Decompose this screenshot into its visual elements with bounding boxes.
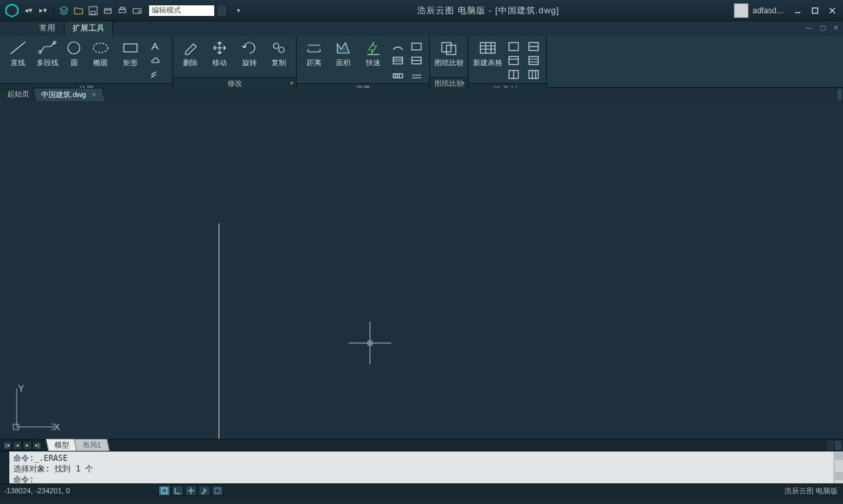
mode-input[interactable]: 编辑模式 [148,5,215,17]
layout-tab-model[interactable]: 模型 [46,439,78,451]
layout-nav-next[interactable]: ▸ [23,441,32,450]
tool-distance[interactable]: 距离 [299,38,329,69]
tool-table-4[interactable] [526,40,542,53]
measure4-icon [406,40,427,53]
save-button[interactable] [87,5,99,17]
mdi-minimize-icon[interactable]: — [804,23,814,32]
layout-nav-prev[interactable]: ◂ [13,441,22,450]
toggle-osnap[interactable] [198,485,210,496]
svg-rect-30 [162,488,167,493]
tool-measure-5[interactable] [409,54,424,67]
command-line[interactable]: 命令:_.ERASE 选择对象: 找到 1 个 命令: [0,451,843,484]
close-button[interactable] [824,4,840,17]
command-scroll[interactable] [834,451,843,483]
toggle-polar[interactable] [185,485,197,496]
cmd-line-1: 命令:_.ERASE [13,453,840,463]
title-bar: ◂▾ ▸▾ 编辑模式 ▾ 浩辰云图 电脑版 - [中国建筑.dwg] adfas… [0,0,843,21]
undo-button[interactable]: ◂▾ [23,5,35,17]
cmd-line-3: 命令: [13,474,840,485]
tool-circle[interactable]: 圆 [63,38,85,69]
panel-modify-title[interactable]: 修改 [173,77,296,88]
coordinate-readout: -138024, -234201, 0 [4,487,137,495]
export-button[interactable] [102,5,114,17]
status-product-label: 浩辰云图 电脑版 [784,486,838,496]
tool-move[interactable]: 移动 [205,38,234,69]
circle-icon [63,39,84,57]
doc-tab-start-label: 起始页 [7,89,29,99]
mdi-close-icon[interactable]: ✕ [831,23,840,32]
toggle-ortho[interactable] [172,485,184,496]
layout-tab-model-label: 模型 [55,440,69,450]
open-button[interactable] [73,5,84,17]
panel-compare-title[interactable]: 图纸比较 [430,77,468,88]
quick-icon [363,39,384,57]
tool-rect-label: 矩形 [123,58,138,68]
tool-cloud[interactable] [147,54,163,67]
tool-ellipse[interactable]: 椭圆 [85,38,115,69]
svg-rect-1 [91,11,95,15]
tool-table-1[interactable] [506,40,522,53]
table3-icon [503,68,524,81]
user-account-area[interactable]: adfasd... [734,3,783,18]
tool-polyline[interactable]: 多段线 [33,38,63,69]
print-button[interactable] [116,5,128,17]
minimize-button[interactable] [790,4,806,17]
tool-measure-id[interactable] [390,54,406,67]
drawing-canvas[interactable]: Y X [0,101,843,439]
panel-compare: 图纸比较 图纸比较 [430,36,468,88]
svg-rect-15 [393,57,403,64]
redo-button[interactable]: ▸▾ [37,5,49,17]
distance-icon [303,39,325,57]
layers-button[interactable] [58,5,70,17]
layout-scroll-right[interactable] [835,441,842,450]
cmd-line-2: 选择对象: 找到 1 个 [13,463,840,474]
tool-line[interactable]: 直线 [3,38,33,69]
tool-hatch[interactable] [147,68,163,81]
tool-table-5[interactable] [526,54,542,67]
tool-table-3[interactable] [506,68,522,81]
tool-compare[interactable]: 图纸比较 [432,38,465,69]
tab-extension-tools[interactable]: 扩展工具 [64,21,113,36]
table2-icon [503,54,524,67]
maximize-button[interactable] [807,4,823,17]
compare-icon [438,39,460,57]
panel-draw: 直线 多段线 圆 椭圆 矩形 绘图 [0,36,173,88]
tool-measure-4[interactable] [409,40,424,53]
cmd-scroll-up-icon[interactable] [835,452,843,460]
tool-rotate[interactable]: 旋转 [235,38,264,69]
measure6-icon [406,68,427,81]
measure5-icon [406,54,427,67]
plot-button[interactable] [131,5,143,17]
mode-input-dropdown[interactable] [218,5,227,17]
tool-text[interactable] [147,40,163,53]
status-bar: -138024, -234201, 0 浩辰云图 电脑版 [0,484,843,497]
tool-table-2[interactable] [506,54,522,67]
tool-quick[interactable]: 快速 [359,38,388,69]
tool-table-6[interactable] [526,68,542,81]
tool-measure-6[interactable] [409,68,424,81]
table-icon [477,39,498,57]
tool-erase[interactable]: 删除 [176,38,205,69]
mdi-restore-icon[interactable]: ▢ [818,23,827,32]
cmd-scroll-down-icon[interactable] [835,472,843,480]
layout-nav-last[interactable]: ▸| [33,441,42,450]
tool-rect[interactable]: 矩形 [115,38,145,69]
doc-tab-close-icon[interactable]: × [92,90,96,98]
command-line-handle[interactable] [0,451,9,483]
tool-measure-arc[interactable] [390,40,406,53]
tab-common[interactable]: 常用 [31,21,64,36]
tool-new-table[interactable]: 新建表格 [471,38,504,69]
doc-tab-file[interactable]: 中国建筑.dwg × [33,88,105,101]
layout-nav-first[interactable]: |◂ [3,441,12,450]
tool-measure-angle[interactable] [390,68,406,81]
tool-area[interactable]: 面积 [329,38,358,69]
toggle-snap[interactable] [158,485,170,496]
layout-scroll-left[interactable] [827,441,834,450]
panel-xlstable-stack2 [524,38,544,83]
tool-copy[interactable]: 复制 [264,38,293,69]
panel-measure: 距离 面积 快速 测量 [297,36,430,88]
layout-tab-layout1[interactable]: 布局1 [74,439,110,451]
area-icon [333,39,354,57]
qat-overflow-icon[interactable]: ▾ [234,5,243,17]
toggle-grid[interactable] [212,485,224,496]
